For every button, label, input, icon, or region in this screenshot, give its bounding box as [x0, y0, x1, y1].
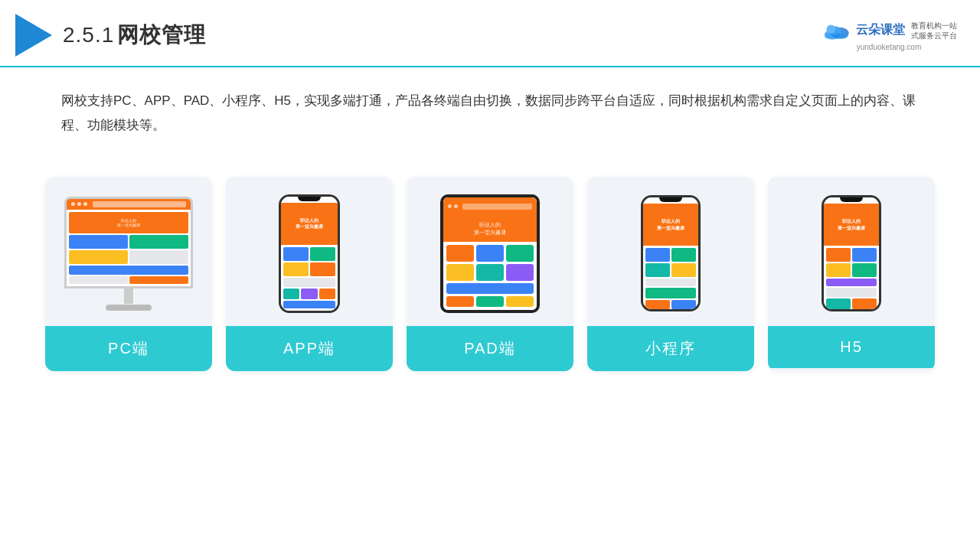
- logo-cloud: 云朵课堂 教育机构一站 式服务云平台: [821, 20, 957, 41]
- svg-rect-4: [825, 33, 848, 38]
- cloud-icon: [821, 20, 851, 41]
- title-number: 2.5.1: [63, 23, 114, 47]
- card-pc: 职达人的第一堂兴趣课 PC: [45, 177, 212, 371]
- cards-container: 职达人的第一堂兴趣课 PC: [0, 154, 980, 371]
- card-pc-label: PC端: [45, 326, 212, 371]
- card-pad-label: PAD端: [407, 326, 573, 371]
- card-h5-image: 职达人的第一堂兴趣课: [768, 177, 935, 326]
- pad-mockup: 职达人的第一堂兴趣课: [440, 194, 540, 313]
- card-app: 职达人的第一堂兴趣课: [226, 177, 393, 371]
- description-content: 网校支持PC、APP、PAD、小程序、H5，实现多端打通，产品各终端自由切换，数…: [61, 93, 916, 132]
- card-pad: 职达人的第一堂兴趣课 P: [407, 177, 573, 371]
- card-pad-image: 职达人的第一堂兴趣课: [407, 177, 573, 326]
- card-mini-label: 小程序: [587, 326, 754, 371]
- mini-mockup: 职达人的第一堂兴趣课: [641, 195, 701, 311]
- logo-text: 云朵课堂: [856, 22, 905, 38]
- page-title: 2.5.1网校管理: [63, 21, 206, 50]
- logo-tagline1: 教育机构一站: [911, 21, 957, 31]
- header-left: 2.5.1网校管理: [15, 14, 206, 57]
- pc-mockup: 职达人的第一堂兴趣课: [64, 197, 193, 311]
- card-app-image: 职达人的第一堂兴趣课: [226, 177, 393, 326]
- card-mini-image: 职达人的第一堂兴趣课: [587, 177, 754, 326]
- play-icon: [15, 14, 52, 57]
- logo-tagline2: 式服务云平台: [911, 31, 957, 41]
- app-mockup: 职达人的第一堂兴趣课: [279, 194, 340, 313]
- svg-point-3: [827, 24, 836, 34]
- logo-url: yunduoketang.com: [857, 43, 922, 51]
- card-pc-image: 职达人的第一堂兴趣课: [45, 177, 212, 326]
- logo-area: 云朵课堂 教育机构一站 式服务云平台 yunduoketang.com: [821, 20, 957, 51]
- card-mini: 职达人的第一堂兴趣课: [587, 177, 754, 371]
- card-app-label: APP端: [226, 326, 393, 371]
- description-text: 网校支持PC、APP、PAD、小程序、H5，实现多端打通，产品各终端自由切换，数…: [0, 67, 980, 146]
- card-h5-label: H5: [768, 326, 935, 368]
- card-h5: 职达人的第一堂兴趣课: [768, 177, 935, 371]
- header: 2.5.1网校管理 云朵课堂 教育机构一站 式服务云平台 yunduoketan…: [0, 0, 980, 67]
- title-text: 网校管理: [117, 23, 206, 47]
- h5-mockup: 职达人的第一堂兴趣课: [822, 195, 881, 311]
